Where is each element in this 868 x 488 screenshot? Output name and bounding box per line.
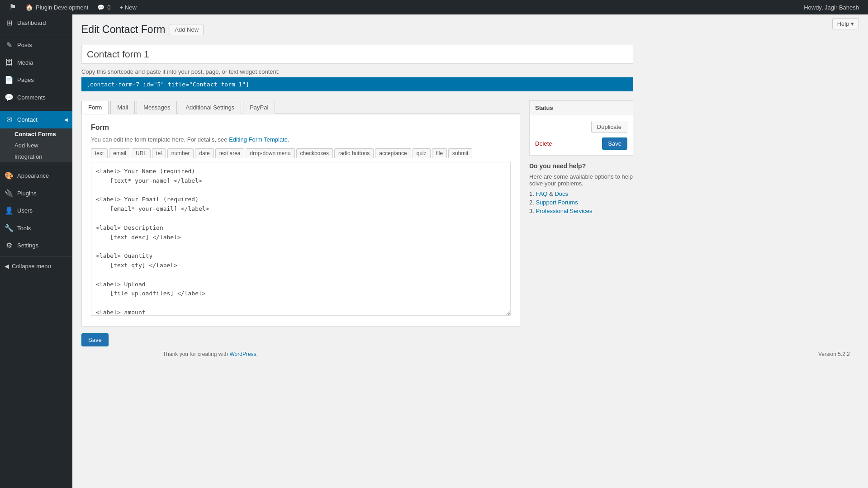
tag-buttons-group: text email URL tel number date text area… <box>91 148 511 158</box>
help-button-wrap: Help ▾ <box>832 18 859 29</box>
sidebar-item-tools[interactable]: 🔧 Tools <box>0 220 72 237</box>
save-button-main[interactable]: Save <box>81 333 109 346</box>
wordpress-link[interactable]: WordPress <box>229 351 256 357</box>
footer-text: Thank you for creating with WordPress. <box>163 351 258 357</box>
sidebar-item-dashboard[interactable]: ⊞ Dashboard <box>0 14 72 32</box>
version-text: Version 5.2.2 <box>818 351 850 357</box>
sidebar-item-posts-label: Posts <box>17 41 32 49</box>
media-icon: 🖼 <box>5 58 14 68</box>
form-title-input[interactable] <box>81 45 633 64</box>
menu-separator-3 <box>0 165 72 165</box>
tag-btn-acceptance[interactable]: acceptance <box>375 148 411 158</box>
admin-menu: ⊞ Dashboard ✎ Posts 🖼 Media 📄 Pages 💬 Co… <box>0 14 72 488</box>
editing-template-link[interactable]: Editing Form Template <box>229 136 288 143</box>
howdy-label: Howdy, Jagir Bahesh <box>799 0 863 14</box>
help-box-text: Here are some available options to help … <box>529 173 633 187</box>
site-name-item[interactable]: 🏠 Plugin Development <box>21 0 93 14</box>
tag-btn-url[interactable]: URL <box>132 148 151 158</box>
faq-link[interactable]: FAQ <box>536 190 547 197</box>
sidebar-item-media[interactable]: 🖼 Media <box>0 54 72 71</box>
posts-icon: ✎ <box>5 40 14 50</box>
tag-btn-tel[interactable]: tel <box>152 148 166 158</box>
form-code-textarea[interactable]: <label> Your Name (required) [text* your… <box>91 162 511 316</box>
form-editor-hint: You can edit the form template here. For… <box>91 136 511 143</box>
collapse-icon: ◀ <box>5 263 9 270</box>
docs-link[interactable]: Docs <box>555 190 568 197</box>
sidebar-item-settings[interactable]: ⚙ Settings <box>0 237 72 254</box>
main-panel: Form Mail Messages Additional Settings P… <box>81 100 520 346</box>
tab-mail[interactable]: Mail <box>110 101 135 114</box>
tab-additional-settings[interactable]: Additional Settings <box>179 101 241 114</box>
sidebar-item-settings-label: Settings <box>17 242 38 250</box>
new-label: + New <box>120 4 137 11</box>
tag-btn-file[interactable]: file <box>432 148 447 158</box>
tab-messages[interactable]: Messages <box>137 101 177 114</box>
comments-icon: 💬 <box>97 4 104 11</box>
save-side-button[interactable]: Save <box>602 137 627 150</box>
status-box: Status Duplicate Delete Save <box>529 100 633 156</box>
sidebar-item-pages-label: Pages <box>17 76 34 84</box>
help-box: Do you need help? Here are some availabl… <box>529 162 633 214</box>
dashboard-icon: ⊞ <box>5 18 14 28</box>
tab-form[interactable]: Form <box>81 101 109 114</box>
sidebar-item-users[interactable]: 👤 Users <box>0 202 72 219</box>
status-box-title: Status <box>530 101 633 115</box>
tag-btn-quiz[interactable]: quiz <box>413 148 431 158</box>
help-link-2: 2. Support Forums <box>529 199 633 206</box>
tag-btn-dropdown[interactable]: drop-down menu <box>246 148 294 158</box>
shortcode-bar[interactable]: [contact-form-7 id="5" title="Contact fo… <box>81 77 633 91</box>
appearance-icon: 🎨 <box>5 171 14 181</box>
sidebar-item-contact-forms[interactable]: Contact Forms <box>0 128 72 140</box>
tag-btn-checkboxes[interactable]: checkboxes <box>296 148 333 158</box>
users-icon: 👤 <box>5 206 14 216</box>
tab-paypal[interactable]: PayPal <box>243 101 275 114</box>
add-new-button[interactable]: Add New <box>170 24 204 35</box>
help-links-list: 1. FAQ & Docs 2. Support Forums 3. Profe… <box>529 190 633 214</box>
tag-btn-number[interactable]: number <box>167 148 194 158</box>
wp-logo-item[interactable]: ⚑ <box>5 0 21 14</box>
comments-menu-icon: 💬 <box>5 93 14 103</box>
new-item[interactable]: + New <box>115 0 141 14</box>
sidebar-item-comments[interactable]: 💬 Comments <box>0 89 72 106</box>
site-icon: 🏠 <box>25 4 33 11</box>
duplicate-button[interactable]: Duplicate <box>591 121 627 133</box>
form-editor-title: Form <box>91 123 511 132</box>
help-button[interactable]: Help ▾ <box>832 18 859 29</box>
shortcode-text: [contact-form-7 id="5" title="Contact fo… <box>86 81 249 88</box>
sidebar-contact-group: ✉ Contact ◀ Contact Forms Add New Integr… <box>0 111 72 162</box>
sidebar-item-appearance-label: Appearance <box>17 172 49 180</box>
contact-icon: ✉ <box>5 115 14 125</box>
help-link-1: 1. FAQ & Docs <box>529 190 633 197</box>
sidebar-item-dashboard-label: Dashboard <box>17 19 46 27</box>
tag-btn-text[interactable]: text <box>91 148 108 158</box>
pages-icon: 📄 <box>5 75 14 85</box>
collapse-menu-button[interactable]: ◀ Collapse menu <box>0 259 72 273</box>
tag-btn-email[interactable]: email <box>109 148 130 158</box>
tag-btn-date[interactable]: date <box>195 148 213 158</box>
contact-submenu: Contact Forms Add New Integration <box>0 128 72 162</box>
professional-services-link[interactable]: Professional Services <box>536 208 592 214</box>
delete-link[interactable]: Delete <box>535 140 552 147</box>
sidebar-item-contact[interactable]: ✉ Contact ◀ <box>0 111 72 128</box>
sidebar-item-posts[interactable]: ✎ Posts <box>0 37 72 54</box>
tag-btn-submit[interactable]: submit <box>448 148 472 158</box>
wp-logo-icon: ⚑ <box>9 2 16 12</box>
side-panel: Status Duplicate Delete Save Do you need… <box>529 100 633 216</box>
menu-separator-1 <box>0 34 72 34</box>
comments-count: 0 <box>107 4 110 11</box>
sidebar-item-add-new[interactable]: Add New <box>0 140 72 151</box>
sidebar-item-plugins[interactable]: 🔌 Plugins <box>0 185 72 202</box>
tag-btn-textarea[interactable]: text area <box>215 148 245 158</box>
sidebar-item-appearance[interactable]: 🎨 Appearance <box>0 167 72 185</box>
collapse-menu-label: Collapse menu <box>12 263 51 270</box>
tag-btn-radio[interactable]: radio buttons <box>334 148 374 158</box>
comments-item[interactable]: 💬 0 <box>93 0 115 14</box>
sidebar-item-comments-label: Comments <box>17 94 46 102</box>
sidebar-item-pages[interactable]: 📄 Pages <box>0 71 72 89</box>
tools-icon: 🔧 <box>5 223 14 233</box>
page-title: Edit Contact Form <box>81 24 165 36</box>
settings-icon: ⚙ <box>5 241 14 251</box>
footer: Thank you for creating with WordPress. V… <box>154 346 859 362</box>
sidebar-item-integration[interactable]: Integration <box>0 151 72 162</box>
support-forums-link[interactable]: Support Forums <box>536 199 578 206</box>
